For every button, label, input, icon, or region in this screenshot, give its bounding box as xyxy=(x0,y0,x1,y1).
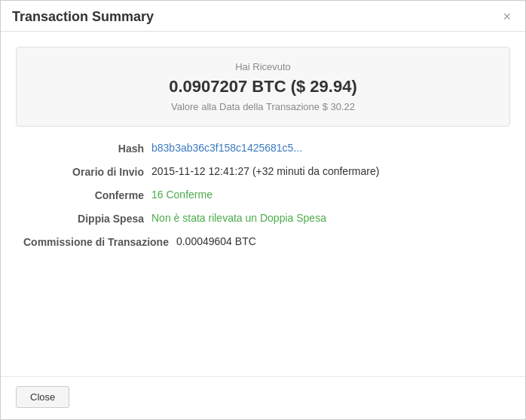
detail-label: Orario di Invio xyxy=(23,165,144,178)
close-button[interactable]: Close xyxy=(16,386,69,408)
transaction-date-value: Valore alla Data della Transazione $ 30.… xyxy=(32,101,494,112)
detail-value[interactable]: b83b3ab36c3f158c1425681c5... xyxy=(151,142,302,154)
detail-value: 16 Conferme xyxy=(151,189,213,201)
detail-label: Conferme xyxy=(23,189,144,201)
amount-value: 0.0907207 BTC ($ 29.94) xyxy=(32,77,494,97)
detail-label: Dippia Spesa xyxy=(23,212,144,225)
table-row: Conferme16 Conferme xyxy=(23,189,503,201)
table-row: Hashb83b3ab36c3f158c1425681c5... xyxy=(23,142,503,155)
dialog-title: Transaction Summary xyxy=(12,9,154,25)
table-row: Orario di Invio2015-11-12 12:41:27 (+32 … xyxy=(23,165,503,178)
transaction-summary-dialog: Transaction Summary × Hai Ricevuto 0.090… xyxy=(0,0,526,420)
dialog-header: Transaction Summary × xyxy=(1,1,525,32)
details-table: Hashb83b3ab36c3f158c1425681c5...Orario d… xyxy=(16,142,510,248)
table-row: Dippia SpesaNon è stata rilevata un Dopp… xyxy=(23,212,503,225)
detail-label: Commissione di Transazione xyxy=(23,235,169,248)
detail-value: 2015-11-12 12:41:27 (+32 minuti da confe… xyxy=(151,165,379,177)
received-label: Hai Ricevuto xyxy=(32,61,494,72)
summary-box: Hai Ricevuto 0.0907207 BTC ($ 29.94) Val… xyxy=(16,47,510,127)
detail-label: Hash xyxy=(23,142,144,155)
detail-value: Non è stata rilevata un Doppia Spesa xyxy=(151,212,326,224)
dialog-body: Hai Ricevuto 0.0907207 BTC ($ 29.94) Val… xyxy=(1,32,525,376)
detail-value: 0.00049604 BTC xyxy=(176,235,256,247)
close-x-button[interactable]: × xyxy=(500,8,514,25)
table-row: Commissione di Transazione0.00049604 BTC xyxy=(23,235,503,248)
dialog-footer: Close xyxy=(1,376,525,419)
